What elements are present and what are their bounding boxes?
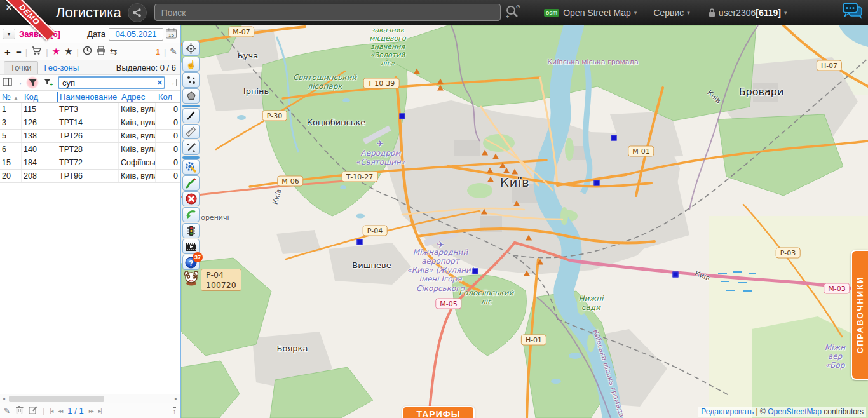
columns-button[interactable] (3, 78, 12, 88)
cart-button[interactable] (31, 46, 42, 57)
request-point-marker[interactable] (673, 272, 679, 278)
poi-triangle-marker[interactable] (487, 177, 494, 182)
undo-route-button[interactable] (182, 207, 200, 222)
calendar-button[interactable]: 15 (165, 27, 177, 41)
magic-wand-button[interactable] (182, 140, 200, 155)
column-header[interactable]: Адрес (119, 92, 156, 102)
map-provider-dropdown[interactable]: osm Open Street Map ▾ (544, 8, 637, 18)
directories-tab[interactable]: СПРАВОЧНИКИ (851, 250, 868, 380)
edit-button[interactable]: ✎ (170, 46, 177, 57)
filter-input[interactable] (58, 76, 165, 89)
tooltip-road: Р-04 (206, 270, 236, 280)
delete-route-button[interactable] (182, 191, 200, 206)
table-row[interactable]: 6140ТРТ28Київ, вули0 (0, 143, 180, 156)
tab-geozones[interactable]: Гео-зоны (44, 63, 79, 72)
pan-button[interactable]: ☝ (182, 57, 200, 72)
clear-filter-icon[interactable]: ✕ (157, 79, 163, 87)
tariffs-button[interactable]: ТАРИФЫ (402, 406, 475, 418)
request-point-marker[interactable] (357, 239, 363, 245)
polygon-select-button[interactable] (182, 88, 200, 104)
chat-button[interactable] (841, 1, 864, 24)
poi-triangle-marker[interactable] (482, 150, 488, 156)
trash-icon (15, 405, 24, 414)
poi-triangle-marker[interactable] (492, 154, 499, 159)
mascot-button[interactable] (182, 271, 200, 286)
select-points-button[interactable] (182, 72, 200, 88)
poi-triangle-marker[interactable] (524, 271, 530, 276)
edit-row-button[interactable]: ✎ (4, 407, 10, 415)
swap-button[interactable]: ⇆ (110, 46, 118, 57)
print-button[interactable] (96, 46, 106, 57)
table-row[interactable]: 20208ТРТ96Київ, вули0 (0, 170, 180, 183)
table-row[interactable]: 15184ТРТ72Софіївськ0 (0, 156, 180, 170)
poi-triangle-marker[interactable] (437, 79, 444, 84)
favorite-black-button[interactable]: ★ (64, 46, 72, 57)
column-header[interactable]: Код (22, 92, 57, 102)
date-input[interactable] (109, 28, 163, 41)
prev-page-button[interactable]: ◂◂ (58, 408, 62, 414)
request-point-marker[interactable] (400, 114, 405, 119)
request-point-marker[interactable] (594, 180, 600, 186)
horizontal-scrollbar[interactable]: ◂ ▸ (0, 394, 180, 403)
poi-triangle-marker[interactable] (537, 259, 543, 265)
remove-button[interactable]: − (16, 47, 22, 57)
jump-to-end-icon[interactable]: → (168, 79, 177, 86)
scrollbar-thumb[interactable] (9, 396, 104, 402)
date-label: Дата (87, 29, 105, 39)
table-row[interactable]: 3126ТРТ14Київ, вули0 (0, 116, 180, 130)
expand-arrow-icon[interactable]: → (15, 78, 23, 87)
chevron-down-icon: ▾ (784, 10, 787, 16)
poi-triangle-marker[interactable] (414, 69, 420, 74)
delete-row-button[interactable] (15, 405, 24, 416)
poi-triangle-marker[interactable] (503, 168, 510, 173)
favorite-magenta-button[interactable]: ★ (52, 46, 60, 57)
tab-points[interactable]: Точки (4, 61, 38, 74)
user-menu[interactable]: user2306 [6119] ▾ (708, 8, 787, 18)
draw-button[interactable] (182, 108, 200, 123)
route-button[interactable] (182, 175, 200, 191)
map-canvas[interactable]: БучаІрпіньСвятошинський лісопаркзаказник… (181, 25, 868, 418)
poi-triangle-marker[interactable] (487, 168, 493, 173)
traffic-button[interactable] (182, 223, 200, 238)
request-point-marker[interactable] (611, 135, 617, 141)
last-page-button[interactable]: ▸| (98, 408, 102, 414)
table-row[interactable]: 1115ТРТ3Київ, вули0 (0, 103, 180, 116)
first-page-button[interactable]: |◂ (50, 408, 53, 414)
poi-triangle-marker[interactable] (526, 235, 532, 241)
column-header[interactable]: Кол (156, 92, 180, 102)
osm-link[interactable]: OpenStreetMap (768, 407, 822, 416)
help-button[interactable]: ? 37 (182, 255, 200, 270)
history-button[interactable] (83, 46, 92, 57)
requests-panel: ▼ Заявки [6] Дата 15 ＋ − | (0, 25, 180, 418)
scroll-left-icon[interactable]: ◂ (0, 396, 8, 401)
request-point-marker[interactable] (473, 269, 478, 274)
column-header[interactable]: №▲ (0, 92, 22, 102)
filter-button[interactable] (26, 76, 39, 89)
poi-triangle-marker[interactable] (437, 85, 444, 91)
edit-cell-button[interactable] (29, 405, 37, 416)
edit-map-link[interactable]: Редактировать (701, 407, 754, 416)
next-page-button[interactable]: ▸▸ (89, 408, 93, 414)
measure-button[interactable] (182, 124, 200, 139)
collapse-panel-button[interactable]: ↑ (173, 407, 176, 415)
search-button[interactable]: G + (505, 3, 521, 22)
locate-button[interactable] (182, 41, 200, 56)
scroll-right-icon[interactable]: ▸ (172, 396, 180, 401)
requests-table-body: 1115ТРТ3Київ, вули03126ТРТ14Київ, вули05… (0, 103, 180, 183)
poi-triangle-marker[interactable] (513, 201, 520, 206)
search-input[interactable] (154, 4, 501, 21)
table-header[interactable]: №▲КодНаименованиеАдресКол (0, 91, 180, 103)
poi-triangle-marker[interactable] (512, 169, 518, 175)
column-header[interactable]: Наименование (57, 92, 119, 102)
poi-triangle-marker[interactable] (481, 209, 487, 215)
map-tooltip: Р-04 100720 (201, 269, 241, 291)
share-button[interactable] (128, 3, 147, 22)
table-row[interactable]: 5138ТРТ26Київ, вули0 (0, 130, 180, 143)
service-menu[interactable]: Сервис ▾ (653, 8, 689, 18)
add-button[interactable]: ＋ (3, 47, 12, 57)
svg-text:G: G (516, 4, 520, 10)
settings-button[interactable] (182, 159, 200, 175)
add-filter-button[interactable]: + (42, 76, 55, 89)
cell-qty: 0 (156, 130, 180, 142)
panel-dropdown-button[interactable]: ▼ (3, 29, 15, 39)
